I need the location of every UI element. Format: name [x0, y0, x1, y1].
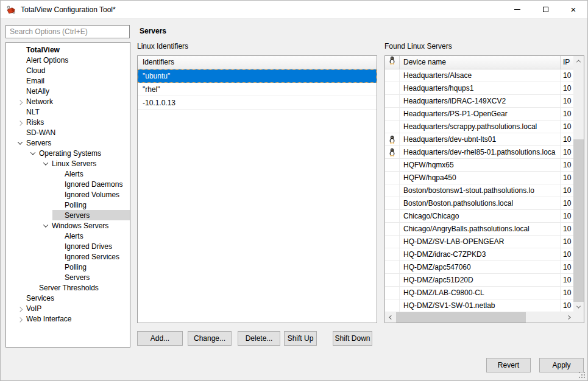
tree-item-nlt[interactable]: NLT [6, 107, 130, 117]
tree-item-risks[interactable]: Risks [6, 117, 130, 127]
chevron-down-icon[interactable] [30, 150, 35, 155]
tree-item-label: Alerts [65, 232, 87, 240]
server-row[interactable]: HQ-DMZ/apc54706010 [385, 261, 573, 274]
server-row[interactable]: HQ-DMZ/LAB-C9800-CL10 [385, 287, 573, 299]
server-row[interactable]: Boston/bostonsw1-stout.pathsolutions.lo1… [385, 184, 573, 197]
tree-item-windows-servers[interactable]: Windows Servers [6, 220, 130, 231]
device-name-column-header[interactable]: Device name [400, 56, 561, 69]
tree-item-operating-systems[interactable]: Operating Systems [6, 148, 130, 158]
server-row[interactable]: Headquarters/PS-P1-OpenGear10 [385, 108, 573, 121]
delete-button[interactable]: Delete... [238, 331, 280, 346]
chevron-right-icon[interactable] [18, 317, 23, 322]
server-row[interactable]: Headquarters/dev-rhel85-01.pathsolutions… [385, 146, 573, 159]
tree-item-servers[interactable]: Servers [6, 138, 130, 148]
tree-item-servers[interactable]: Servers [6, 272, 130, 282]
tree-item-label: Network [26, 97, 57, 106]
resize-grip-icon[interactable] [579, 372, 585, 378]
vertical-scrollbar[interactable] [573, 56, 584, 312]
device-name-cell: Headquarters/PS-P1-OpenGear [400, 108, 561, 120]
empty-icon-cell [385, 223, 400, 235]
server-row[interactable]: HQ-DMZ/apc51D20D10 [385, 274, 573, 287]
server-row[interactable]: HQ-DMZ/idrac-C7ZPKD310 [385, 248, 573, 261]
server-row[interactable]: Headquarters/iDRAC-149XCV210 [385, 95, 573, 108]
minimize-button[interactable] [503, 1, 531, 19]
identifier-row[interactable]: -10.1.0.13 [138, 96, 377, 110]
tree-item-voip[interactable]: VoIP [6, 303, 130, 313]
tree-item-alert-options[interactable]: Alert Options [6, 55, 130, 65]
tux-column-header[interactable] [385, 56, 400, 69]
server-row[interactable]: HQ-DMZ/SV1-SW-01.netlab10 [385, 299, 573, 312]
server-row[interactable]: Headquarters/Alsace10 [385, 69, 573, 82]
server-row[interactable]: Chicago/Chicago10 [385, 210, 573, 223]
tree-item-services[interactable]: Services [6, 293, 130, 303]
device-name-cell: Headquarters/iDRAC-149XCV2 [400, 95, 561, 107]
tree-item-label: NetAlly [26, 87, 53, 96]
tree-item-server-thresholds[interactable]: Server Thresholds [6, 282, 130, 293]
tree-item-label: Server Thresholds [39, 284, 102, 292]
chevron-right-icon[interactable] [18, 121, 23, 125]
maximize-button[interactable] [531, 1, 559, 19]
server-row[interactable]: HQFW/hqpa45010 [385, 172, 573, 184]
tree-item-alerts[interactable]: Alerts [6, 169, 130, 179]
server-row[interactable]: Headquarters/dev-ubnt-lts0110 [385, 133, 573, 146]
app-window: TotalView Configuration Tool* × TotalVie… [0, 0, 588, 381]
tree-item-linux-servers[interactable]: Linux Servers [6, 158, 130, 169]
chevron-right-icon[interactable] [18, 307, 23, 312]
add-button[interactable]: Add... [137, 331, 183, 346]
tree-item-ignored-volumes[interactable]: Ignored Volumes [6, 189, 130, 200]
chevron-down-icon[interactable] [18, 139, 23, 144]
vertical-scrollbar-thumb[interactable] [573, 139, 584, 302]
ip-cell: 10 [561, 184, 573, 197]
server-row[interactable]: HQFW/hqmx6510 [385, 159, 573, 172]
identifiers-column-header[interactable]: Identifiers [138, 56, 377, 69]
tree-item-ignored-daemons[interactable]: Ignored Daemons [6, 179, 130, 189]
tree-item-web-interface[interactable]: Web Interface [6, 313, 130, 324]
app-icon [6, 5, 16, 15]
horizontal-scrollbar[interactable] [385, 312, 575, 323]
scroll-up-button[interactable] [573, 56, 584, 66]
scroll-down-button[interactable] [573, 302, 584, 312]
server-row[interactable]: Chicago/AngryBalls.pathsolutions.local10 [385, 223, 573, 236]
server-row[interactable]: HQ-DMZ/SV-LAB-OPENGEAR10 [385, 236, 573, 248]
revert-button[interactable]: Revert [486, 358, 531, 372]
device-name-cell: Chicago/Chicago [400, 210, 561, 222]
tree-item-sd-wan[interactable]: SD-WAN [6, 127, 130, 138]
shift-down-button[interactable]: Shift Down [333, 331, 372, 346]
server-row[interactable]: Headquarters/scrappy.pathsolutions.local… [385, 121, 573, 133]
tree-item-polling[interactable]: Polling [6, 200, 130, 210]
tree-item-network[interactable]: Network [6, 96, 130, 107]
tree-item-alerts[interactable]: Alerts [6, 231, 130, 241]
chevron-right-icon[interactable] [18, 100, 23, 105]
server-row[interactable]: Headquarters/hqups110 [385, 82, 573, 95]
chevron-down-icon[interactable] [43, 160, 48, 165]
server-row[interactable]: Boston/Boston.pathsolutions.local10 [385, 197, 573, 210]
tree-item-servers[interactable]: Servers [6, 210, 130, 220]
ip-cell: 10 [561, 248, 573, 260]
tree-item-ignored-services[interactable]: Ignored Services [6, 251, 130, 262]
tree-item-email[interactable]: Email [6, 75, 130, 86]
tree-item-label: TotalView [26, 46, 63, 54]
search-input[interactable] [5, 25, 130, 38]
scroll-left-button[interactable] [385, 312, 395, 323]
tree-item-label: Services [26, 294, 58, 302]
identifier-row[interactable]: "ubuntu" [138, 69, 377, 83]
tree-item-polling[interactable]: Polling [6, 262, 130, 272]
empty-icon-cell [385, 274, 400, 286]
close-button[interactable]: × [559, 1, 587, 19]
change-button[interactable]: Change... [188, 331, 232, 346]
empty-icon-cell [385, 121, 400, 133]
chevron-down-icon[interactable] [43, 222, 48, 227]
shift-up-button[interactable]: Shift Up [284, 331, 317, 346]
horizontal-scrollbar-thumb[interactable] [396, 312, 526, 323]
ip-column-header[interactable]: IP [561, 56, 573, 69]
empty-icon-cell [385, 108, 400, 120]
apply-button[interactable]: Apply [539, 358, 584, 372]
tree-item-label: Alert Options [26, 56, 72, 65]
ip-cell: 10 [561, 108, 573, 120]
identifier-row[interactable]: "rhel" [138, 83, 377, 96]
tree-item-ignored-drives[interactable]: Ignored Drives [6, 241, 130, 251]
tree-item-totalview[interactable]: TotalView [6, 44, 130, 55]
tree-item-cloud[interactable]: Cloud [6, 65, 130, 75]
tree-item-netally[interactable]: NetAlly [6, 86, 130, 96]
identifiers-table: Identifiers "ubuntu""rhel"-10.1.0.13 [137, 55, 377, 323]
